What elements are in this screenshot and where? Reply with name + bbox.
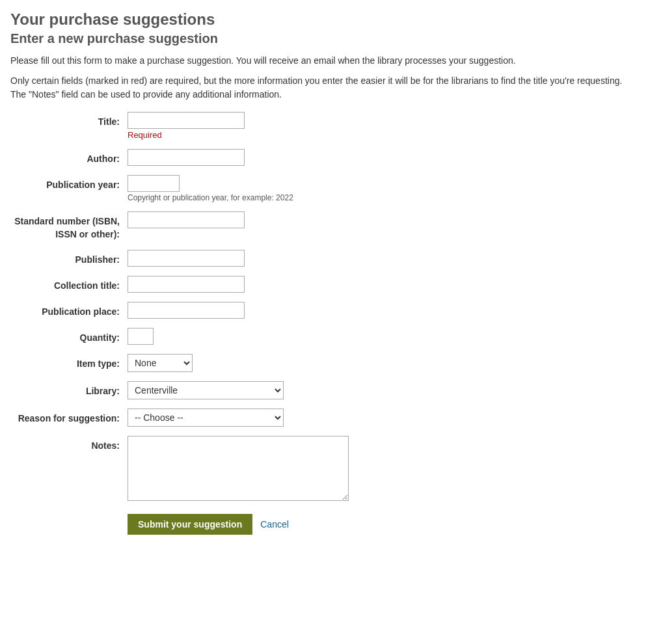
quantity-label: Quantity: (10, 328, 128, 345)
author-label: Author: (10, 149, 128, 166)
pub-year-hint: Copyright or publication year, for examp… (128, 193, 638, 202)
pub-year-field: Copyright or publication year, for examp… (128, 175, 638, 202)
publisher-label: Publisher: (10, 250, 128, 267)
pub-place-input[interactable] (128, 302, 245, 319)
author-field (128, 149, 638, 166)
author-input[interactable] (128, 149, 245, 166)
notes-row: Notes: (10, 436, 638, 501)
item-type-row: Item type: None Book DVD Magazine Music … (10, 354, 638, 372)
quantity-row: Quantity: (10, 328, 638, 345)
collection-title-input[interactable] (128, 276, 245, 293)
cancel-link[interactable]: Cancel (260, 519, 289, 530)
notes-textarea[interactable] (128, 436, 349, 501)
purchase-suggestion-form: Title: Required Author: Publication year… (10, 112, 638, 501)
page-main-title: Your purchase suggestions (10, 10, 638, 29)
notes-label: Notes: (10, 436, 128, 453)
std-number-input[interactable] (128, 211, 245, 228)
title-field: Required (128, 112, 638, 140)
item-type-select[interactable]: None Book DVD Magazine Music CD Other (128, 354, 193, 372)
std-number-label: Standard number (ISBN, ISSN or other): (10, 211, 128, 241)
pub-place-label: Publication place: (10, 302, 128, 319)
pub-place-field (128, 302, 638, 319)
title-row: Title: Required (10, 112, 638, 140)
item-type-label: Item type: (10, 354, 128, 371)
form-actions: Submit your suggestion Cancel (128, 514, 638, 535)
collection-title-label: Collection title: (10, 276, 128, 293)
library-field: Centerville Downtown Eastside Westside N… (128, 381, 638, 399)
submit-button[interactable]: Submit your suggestion (128, 514, 252, 535)
reason-select[interactable]: -- Choose -- Personal interest Work/stud… (128, 409, 284, 427)
collection-title-field (128, 276, 638, 293)
reason-row: Reason for suggestion: -- Choose -- Pers… (10, 409, 638, 427)
title-required: Required (128, 130, 638, 140)
library-row: Library: Centerville Downtown Eastside W… (10, 381, 638, 399)
item-type-field: None Book DVD Magazine Music CD Other (128, 354, 638, 372)
pub-year-label: Publication year: (10, 175, 128, 192)
pub-place-row: Publication place: (10, 302, 638, 319)
reason-label: Reason for suggestion: (10, 409, 128, 425)
description-1: Please fill out this form to make a purc… (10, 54, 638, 68)
collection-title-row: Collection title: (10, 276, 638, 293)
library-label: Library: (10, 381, 128, 398)
description-2: Only certain fields (marked in red) are … (10, 74, 638, 101)
pub-year-input[interactable] (128, 175, 180, 192)
pub-year-row: Publication year: Copyright or publicati… (10, 175, 638, 202)
publisher-field (128, 250, 638, 267)
publisher-row: Publisher: (10, 250, 638, 267)
quantity-input[interactable] (128, 328, 154, 345)
library-select[interactable]: Centerville Downtown Eastside Westside N… (128, 381, 284, 399)
author-row: Author: (10, 149, 638, 166)
title-input[interactable] (128, 112, 245, 129)
form-title: Enter a new purchase suggestion (10, 31, 638, 46)
publisher-input[interactable] (128, 250, 245, 267)
std-number-field (128, 211, 638, 228)
quantity-field (128, 328, 638, 345)
std-number-row: Standard number (ISBN, ISSN or other): (10, 211, 638, 241)
reason-field: -- Choose -- Personal interest Work/stud… (128, 409, 638, 427)
title-label: Title: (10, 112, 128, 129)
notes-field (128, 436, 638, 501)
